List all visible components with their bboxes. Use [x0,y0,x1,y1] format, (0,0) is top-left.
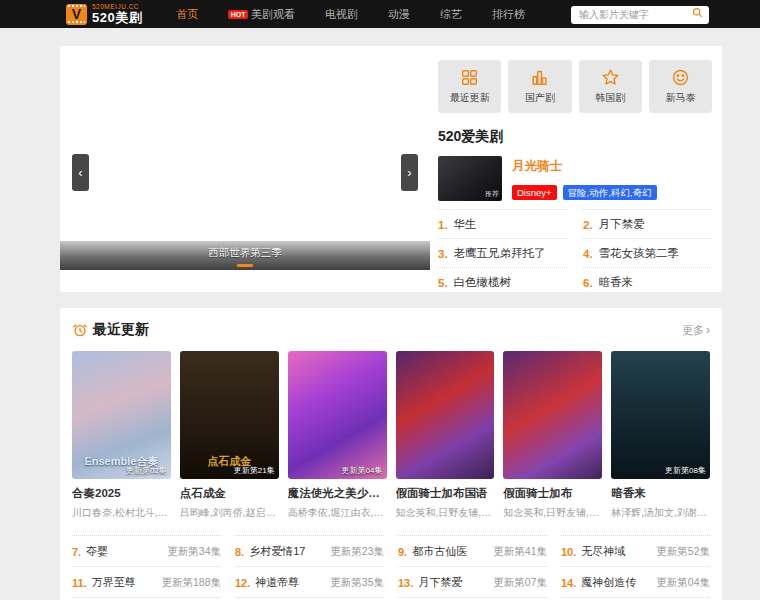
poster-image[interactable]: Ensemble合奏 更新第02集 [72,351,171,479]
chevron-right-icon: › [706,323,710,337]
carousel-caption[interactable]: 西部世界第三季 [60,241,430,270]
featured-name[interactable]: 月光骑士 [512,158,657,175]
nav-item-label: 综艺 [440,7,462,22]
ranking-item[interactable]: 4. 雪花女孩第二季 [583,238,712,267]
carousel-prev-button[interactable]: ‹ [72,154,89,191]
nav-item-label: 动漫 [388,7,410,22]
nav-item[interactable]: HOT 美剧观看 [228,7,295,22]
nav-item[interactable]: 电视剧 [325,7,358,22]
more-label: 更多 [682,323,704,338]
update-list-item[interactable]: 10. 无尽神域 更新第52集 [561,535,710,566]
episode-badge: 更新第08集 [665,465,706,476]
carousel-active-indicator [237,264,253,267]
more-link[interactable]: 更多 › [682,323,710,338]
update-list-item[interactable]: 13. 月下禁爱 更新第07集 [398,566,547,597]
update-number: 12. [235,577,250,589]
carousel-next-button[interactable]: › [401,154,418,191]
poster-card[interactable]: 更新第04集 魔法使光之美少女!!… 高桥李依,堀江由衣,早… [288,351,387,520]
featured-tags: Disney+冒险,动作,科幻,奇幻 [512,185,657,200]
poster-image[interactable]: 更新第08集 [611,351,710,479]
carousel: ‹ › 西部世界第三季 [60,46,430,270]
poster-image[interactable] [396,351,495,479]
category-icon [460,68,479,87]
poster-title[interactable]: 合奏2025 [72,486,171,501]
poster-card[interactable]: 更新第08集 暗香来 林泽辉,汤加文,刘谢明,… [611,351,710,520]
recommend-badge: 推荐 [485,189,499,199]
hot-badge: HOT [228,10,248,19]
ranking-item[interactable]: 3. 老鹰五兄弟拜托了 [438,238,567,267]
category-buttons: 最近更新 国产剧 韩国剧 新马泰 [438,60,712,113]
poster-grid: Ensemble合奏 更新第02集 合奏2025 川口春奈,松村北斗,田… 点石… [72,351,710,520]
featured-item[interactable]: 推荐 月光骑士 Disney+冒险,动作,科幻,奇幻 [438,156,712,201]
logo-title: 520美剧 [92,11,142,24]
ranking-item[interactable]: 6. 暗香来 [583,267,712,296]
category-button[interactable]: 最近更新 [438,60,501,113]
nav-item-label: 首页 [176,7,198,22]
poster-image[interactable] [503,351,602,479]
update-episode: 更新第41集 [493,545,547,559]
update-list-item[interactable]: 9. 都市古仙医 更新第41集 [398,535,547,566]
category-label: 最近更新 [450,91,490,105]
site-logo[interactable]: V 520MEIJU.CC 520美剧 [66,4,142,25]
clock-icon [72,322,88,338]
nav-item-label: 美剧观看 [251,7,295,22]
poster-image[interactable]: 更新第04集 [288,351,387,479]
poster-image[interactable]: 点石成金 更新第21集 [180,351,279,479]
update-number: 13. [398,577,413,589]
poster-card[interactable]: 假面骑士加布国语 知念英和,日野友辅,宫… [396,351,495,520]
category-button[interactable]: 新马泰 [649,60,712,113]
ranking-number: 3. [438,248,448,260]
search-box [571,4,709,24]
category-button[interactable]: 国产剧 [508,60,571,113]
genre-tag[interactable]: 冒险,动作,科幻,奇幻 [563,185,657,200]
ranking-item[interactable]: 1. 华生 [438,209,567,238]
recent-section-title: 最近更新 [93,321,149,339]
update-list-item[interactable]: 8. 乡村爱情17 更新第23集 [235,535,384,566]
genre-tag[interactable]: Disney+ [512,185,557,200]
nav-item[interactable]: 动漫 [388,7,410,22]
update-episode: 更新第07集 [493,576,547,590]
search-button[interactable] [691,6,705,20]
update-list-item[interactable]: 7. 夺婴 更新第34集 [72,535,221,566]
poster-card[interactable]: 点石成金 更新第21集 点石成金 吕昀峰,刘芮侨,赵启明,… [180,351,279,520]
carousel-slide-title: 西部世界第三季 [60,246,430,260]
featured-thumbnail[interactable]: 推荐 [438,156,502,201]
update-episode: 更新第35集 [330,576,384,590]
poster-title[interactable]: 魔法使光之美少女!!… [288,486,387,501]
hero-panel: ‹ › 西部世界第三季 最近更新 国产剧 韩国剧 新马泰 520爱美剧 推荐 [60,46,722,292]
logo-filmstrip-icon: V [66,4,87,25]
update-list: 7. 夺婴 更新第34集 8. 乡村爱情17 更新第23集 9. 都市古仙医 更… [72,535,710,600]
poster-title[interactable]: 暗香来 [611,486,710,501]
update-list-item[interactable]: 11. 万界至尊 更新第188集 [72,566,221,597]
featured-ranking-list: 1. 华生 2. 月下禁爱 3. 老鹰五兄弟拜托了 4. 雪花女孩第二季 5. … [438,209,712,296]
update-list-item[interactable]: 14. 魔神创造传 更新第04集 [561,566,710,597]
featured-section-title: 520爱美剧 [438,128,712,146]
poster-card[interactable]: Ensemble合奏 更新第02集 合奏2025 川口春奈,松村北斗,田… [72,351,171,520]
update-title: 魔神创造传 [581,575,652,590]
episode-badge: 更新第02集 [126,465,167,476]
poster-cast: 知念英和,日野友辅,宫… [396,506,495,520]
update-list-item[interactable]: 12. 神道帝尊 更新第35集 [235,566,384,597]
category-button[interactable]: 韩国剧 [579,60,642,113]
update-episode: 更新第04集 [656,576,710,590]
search-input[interactable] [571,6,709,24]
update-number: 7. [72,546,81,558]
poster-title[interactable]: 假面骑士加布 [503,486,602,501]
poster-title[interactable]: 点石成金 [180,486,279,501]
ranking-item[interactable]: 2. 月下禁爱 [583,209,712,238]
nav-item[interactable]: 排行榜 [492,7,525,22]
ranking-item[interactable]: 5. 白色橄榄树 [438,267,567,296]
update-title: 无尽神域 [581,544,652,559]
logo-text-block: 520MEIJU.CC 520美剧 [92,4,142,25]
episode-badge: 更新第04集 [342,465,383,476]
nav-item[interactable]: 首页 [176,7,198,22]
nav-item[interactable]: 综艺 [440,7,462,22]
poster-title[interactable]: 假面骑士加布国语 [396,486,495,501]
top-navbar: V 520MEIJU.CC 520美剧 首页 HOT 美剧观看 电视剧 动漫 综… [0,0,760,28]
update-number: 10. [561,546,576,558]
category-icon [601,68,620,87]
update-number: 8. [235,546,244,558]
category-icon [671,68,690,87]
poster-card[interactable]: 假面骑士加布 知念英和,日野友辅,宫… [503,351,602,520]
update-title: 夺婴 [86,544,163,559]
